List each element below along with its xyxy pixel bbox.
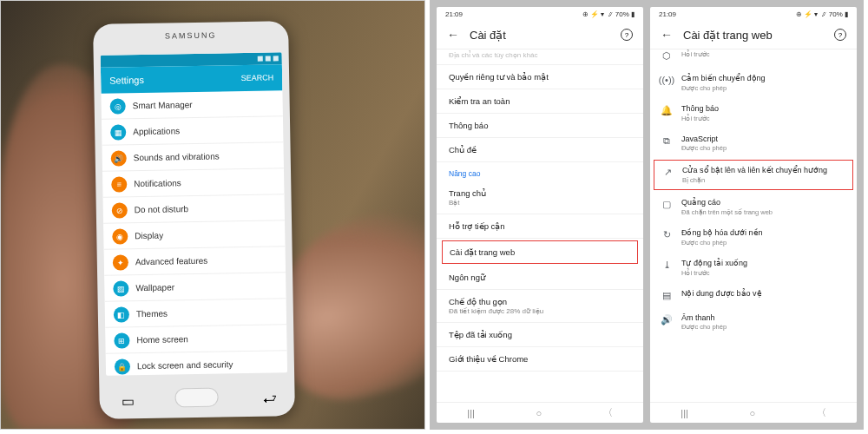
- setting-status: Được cho phép: [681, 239, 846, 247]
- settings-item-icon: ≡: [111, 176, 127, 192]
- settings-item[interactable]: ◉Display: [103, 220, 285, 250]
- site-setting-row[interactable]: 🔊Âm thanhĐược cho phép: [650, 307, 857, 338]
- settings-row[interactable]: Ngôn ngữ: [437, 266, 643, 290]
- settings-item-label: Lock screen and security: [137, 359, 233, 371]
- settings-row[interactable]: Chủ đề: [437, 138, 643, 162]
- settings-row[interactable]: Kiểm tra an toàn: [437, 89, 643, 114]
- setting-label: Thông báo: [681, 104, 846, 114]
- settings-item-icon: ◧: [114, 306, 129, 322]
- help-icon[interactable]: ?: [834, 29, 846, 41]
- settings-item-icon: ▨: [113, 280, 128, 296]
- status-bar: 21:09 ⊕ ⚡ ▾ ⫽ 70% ▮: [437, 7, 643, 21]
- site-setting-row[interactable]: ↻Đồng bộ hóa dưới nềnĐược cho phép: [650, 222, 857, 253]
- setting-status: Hỏi trước: [681, 115, 846, 122]
- settings-item-label: Themes: [136, 309, 168, 319]
- recent-icon[interactable]: |||: [681, 408, 688, 418]
- page-title: Cài đặt: [470, 29, 610, 42]
- settings-row-subtitle: Đã tiết kiệm được 28% dữ liệu: [449, 307, 631, 315]
- settings-item-label: Display: [135, 231, 163, 241]
- settings-item-icon: ◎: [110, 98, 126, 114]
- site-setting-row[interactable]: ⬡Hỏi trước: [650, 49, 857, 68]
- settings-item-icon: ◉: [112, 228, 128, 244]
- system-nav: ||| ○ 〈: [437, 402, 643, 423]
- settings-item[interactable]: 🔊Sounds and vibrations: [102, 142, 283, 172]
- setting-label: Đồng bộ hóa dưới nền: [681, 228, 846, 238]
- home-icon[interactable]: ○: [536, 408, 542, 418]
- settings-item-label: Smart Manager: [133, 100, 193, 110]
- settings-row-subtitle: Bật: [449, 199, 631, 207]
- setting-label: JavaScript: [681, 135, 846, 144]
- settings-item-icon: ✦: [113, 254, 128, 270]
- back-icon[interactable]: ←: [447, 28, 459, 42]
- screenshots-panel: 21:09 ⊕ ⚡ ▾ ⫽ 70% ▮ ← Cài đặt ? Địa chỉ …: [430, 0, 864, 430]
- settings-row[interactable]: Thông báo: [437, 114, 643, 138]
- app-bar: ← Cài đặt trang web ?: [650, 21, 857, 49]
- site-settings-row[interactable]: Cài đặt trang web: [442, 240, 638, 264]
- setting-status: Được cho phép: [681, 144, 846, 152]
- settings-item-label: Advanced features: [135, 256, 208, 266]
- site-setting-row[interactable]: ⧉JavaScriptĐược cho phép: [650, 128, 857, 159]
- settings-item-icon: 🔊: [111, 150, 127, 166]
- home-icon[interactable]: ○: [749, 408, 755, 418]
- settings-row[interactable]: Trang chủBật: [437, 181, 643, 214]
- setting-label: Tự động tải xuống: [681, 259, 846, 268]
- site-setting-row[interactable]: ▤Nội dung được bảo vệ: [650, 283, 857, 307]
- phone-brand: SAMSUNG: [93, 30, 288, 42]
- settings-item-label: Applications: [133, 126, 180, 136]
- settings-item[interactable]: ◧Themes: [105, 299, 286, 328]
- back-button[interactable]: ⮐: [262, 391, 273, 401]
- settings-item-icon: 🔒: [115, 358, 130, 374]
- settings-item-icon: ⊞: [114, 332, 129, 348]
- settings-row[interactable]: Hỗ trợ tiếp cận: [437, 214, 643, 239]
- setting-label: Nội dung được bảo vệ: [681, 289, 846, 299]
- settings-item-label: Notifications: [134, 178, 181, 188]
- section-header: Nâng cao: [437, 162, 643, 181]
- settings-item[interactable]: ▦Applications: [102, 116, 283, 146]
- system-nav: ||| ○ 〈: [650, 402, 857, 423]
- settings-row[interactable]: Chế độ thu gọnĐã tiết kiệm được 28% dữ l…: [437, 290, 643, 323]
- settings-header: Settings SEARCH: [101, 64, 282, 94]
- chrome-site-settings-screen: 21:09 ⊕ ⚡ ▾ ⫽ 70% ▮ ← Cài đặt trang web …: [650, 7, 857, 423]
- chrome-settings-screen: 21:09 ⊕ ⚡ ▾ ⫽ 70% ▮ ← Cài đặt ? Địa chỉ …: [437, 7, 643, 423]
- back-icon[interactable]: 〈: [603, 406, 613, 419]
- popups-redirects-row[interactable]: ↗Cửa sổ bật lên và liên kết chuyển hướng…: [654, 160, 853, 190]
- settings-row[interactable]: Tệp đã tải xuống: [437, 323, 643, 347]
- settings-row[interactable]: Quyền riêng tư và bảo mật: [437, 65, 643, 89]
- site-setting-row[interactable]: 🔔Thông báoHỏi trước: [650, 98, 857, 128]
- setting-label: Âm thanh: [681, 313, 846, 323]
- settings-item[interactable]: ◎Smart Manager: [101, 90, 282, 120]
- setting-icon: ⬡: [661, 49, 673, 62]
- back-icon[interactable]: ←: [661, 28, 673, 42]
- settings-item[interactable]: ▨Wallpaper: [104, 273, 286, 302]
- settings-item[interactable]: 🔒Lock screen and security: [106, 351, 287, 376]
- search-button[interactable]: SEARCH: [241, 73, 274, 82]
- site-setting-row[interactable]: ⤓Tự động tải xuốngHỏi trước: [650, 253, 857, 283]
- settings-item[interactable]: ✦Advanced features: [104, 247, 286, 276]
- site-setting-row[interactable]: ((•))Cảm biến chuyển độngĐược cho phép: [650, 68, 857, 98]
- back-icon[interactable]: 〈: [817, 406, 826, 419]
- setting-icon: 🔔: [661, 104, 673, 116]
- setting-status: Đã chặn trên một số trang web: [681, 208, 846, 216]
- settings-item-icon: ▦: [110, 124, 126, 140]
- recent-icon[interactable]: |||: [467, 408, 475, 418]
- setting-status: Hỏi trước: [681, 269, 846, 277]
- setting-icon: ↗: [661, 166, 674, 178]
- settings-item[interactable]: ≡Notifications: [102, 168, 284, 198]
- help-icon[interactable]: ?: [621, 29, 633, 41]
- hardware-buttons: ▭ ⮐: [99, 386, 294, 409]
- settings-row[interactable]: Địa chỉ và các tùy chọn khác: [437, 49, 643, 65]
- setting-label: Cửa sổ bật lên và liên kết chuyển hướng: [682, 166, 845, 175]
- setting-status: Hỏi trước: [681, 50, 846, 58]
- settings-item[interactable]: ⊞Home screen: [105, 325, 286, 354]
- page-title: Cài đặt trang web: [683, 29, 824, 42]
- settings-row[interactable]: Giới thiệu về Chrome: [437, 347, 643, 372]
- settings-item[interactable]: ⊘Do not disturb: [103, 194, 285, 224]
- settings-item-icon: ⊘: [112, 202, 128, 218]
- home-button[interactable]: [175, 388, 219, 408]
- samsung-phone: SAMSUNG Settings SEARCH ◎Smart Manager▦A…: [93, 21, 295, 419]
- recent-button[interactable]: ▭: [122, 393, 132, 404]
- setting-label: Quảng cáo: [681, 198, 846, 207]
- setting-icon: ((•)): [661, 74, 673, 85]
- site-setting-row[interactable]: ▢Quảng cáoĐã chặn trên một số trang web: [650, 192, 857, 222]
- settings-title: Settings: [109, 75, 144, 86]
